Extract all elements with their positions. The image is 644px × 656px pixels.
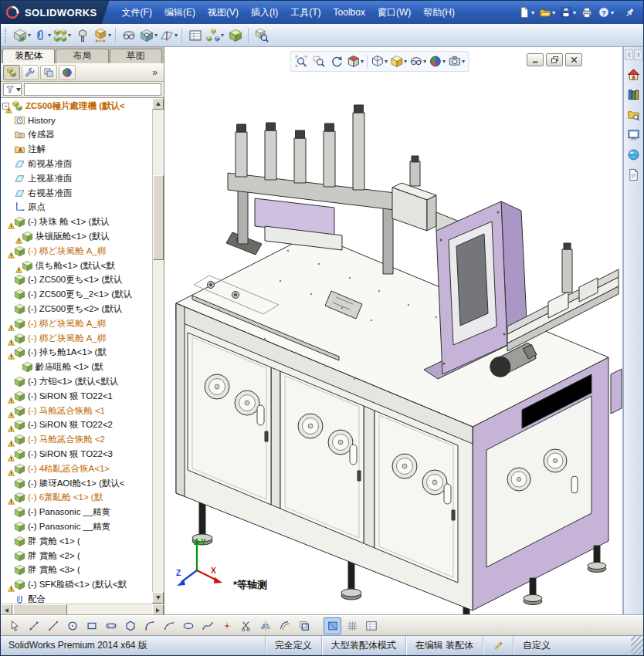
tree-item[interactable]: 配合 — [1, 592, 152, 604]
save-button[interactable]: ▾ — [558, 4, 578, 22]
filter-input[interactable] — [24, 83, 161, 96]
menu-item[interactable]: 编辑(E) — [158, 3, 202, 22]
menu-item[interactable]: 工具(T) — [284, 3, 327, 22]
tree-item[interactable]: (-) Panasonic __精黄 — [1, 519, 152, 534]
tree-item[interactable]: (-) ZC500更ち<1> (默认 — [1, 273, 152, 288]
tree-item[interactable]: 胖 賞舱 <3> ( — [1, 563, 152, 578]
close-window-button[interactable] — [565, 53, 582, 66]
task-pane-pin-icon[interactable] — [634, 49, 642, 60]
home-button[interactable] — [625, 66, 642, 83]
assembly-3d-model[interactable] — [164, 47, 623, 615]
pin-icon[interactable] — [620, 1, 639, 24]
configurations-button[interactable] — [40, 65, 57, 80]
view-orientation-button[interactable]: ▾ — [370, 52, 388, 70]
tree-item[interactable]: (-) 马舱篜合恢舱 <1 — [1, 404, 152, 418]
design-library-button[interactable] — [625, 86, 642, 103]
previous-view-button[interactable] — [328, 52, 345, 70]
tree-item[interactable]: 上视基准面 — [1, 171, 152, 186]
menu-item[interactable]: Toolbox — [327, 4, 371, 21]
tree-item[interactable]: 传感器 — [1, 128, 152, 143]
rectangle-button[interactable] — [83, 617, 100, 634]
three-point-arc-button[interactable] — [160, 617, 178, 634]
polygon-button[interactable] — [121, 617, 139, 634]
scroll-right-icon[interactable] — [152, 604, 164, 616]
tree-item[interactable]: (-) 梆ど块篤舱 A_梆 — [1, 331, 152, 346]
tab-装配体[interactable]: 装配体 — [2, 49, 55, 63]
ellipse-button[interactable] — [179, 617, 197, 634]
filter-icon[interactable] — [3, 83, 22, 96]
smart-dimension-button[interactable] — [25, 617, 42, 634]
arc-button[interactable] — [141, 617, 158, 634]
print-button[interactable] — [579, 4, 595, 22]
display-style-button[interactable]: ▾ — [389, 52, 408, 70]
scroll-left-icon[interactable] — [1, 604, 12, 616]
assembly-features-button[interactable]: ▾ — [139, 25, 158, 45]
tree-vertical-scrollbar[interactable] — [152, 98, 164, 604]
minimize-window-button[interactable] — [527, 53, 544, 66]
new-document-button[interactable]: ▾ — [517, 4, 536, 22]
tree-item[interactable]: (-) 马舱篜合恢舱 <2 — [1, 432, 152, 447]
open-button[interactable]: ▾ — [537, 4, 557, 22]
slot-button[interactable] — [102, 617, 120, 634]
resize-grip[interactable] — [631, 636, 643, 655]
tree-item[interactable]: History — [1, 113, 152, 128]
tree-item[interactable]: (-) 6萧亂舱 <1> (默 — [1, 491, 152, 506]
mirror-entities-button[interactable] — [256, 617, 274, 634]
tree-item[interactable]: (-) SiRON 狠 TO22<3 — [1, 447, 152, 462]
move-component-button[interactable]: ▾ — [93, 25, 112, 45]
select-button[interactable] — [5, 617, 23, 634]
view-settings-button[interactable]: ▾ — [447, 52, 466, 70]
large-design-review-button[interactable] — [252, 25, 271, 45]
insert-components-button[interactable]: ▾ — [12, 25, 32, 45]
section-view-button[interactable]: ▾ — [346, 52, 364, 70]
menu-item[interactable]: 视图(V) — [202, 3, 245, 22]
exploded-view-button[interactable]: ▾ — [205, 25, 225, 45]
graphics-area[interactable]: ▾▾▾▾▾▾ Y X Z *等轴测 — [164, 47, 623, 615]
menu-item[interactable]: 帮助(H) — [417, 3, 461, 22]
restore-window-button[interactable] — [546, 53, 563, 66]
tree-item[interactable]: (-) 掉ち舱1A<1> (默 — [1, 346, 152, 360]
line-button[interactable] — [44, 617, 62, 634]
collapse-icon[interactable] — [625, 49, 633, 60]
mate-button[interactable]: ▾ — [32, 25, 52, 45]
tree-item[interactable]: (-) Panasonic __精黄 — [1, 505, 152, 519]
tree-horizontal-scrollbar[interactable] — [1, 604, 164, 615]
tree-item[interactable]: (-) 梆ど块篤舱 A_梆 — [1, 244, 152, 259]
appearances-button[interactable] — [625, 146, 642, 164]
menu-item[interactable]: 插入(I) — [245, 3, 284, 22]
menu-item[interactable]: 文件(F) — [116, 3, 158, 22]
tab-布局[interactable]: 布局 — [56, 49, 108, 63]
property-manager-button[interactable] — [22, 65, 39, 80]
scrollbar-thumb[interactable] — [153, 175, 164, 260]
offset-entities-button[interactable] — [276, 617, 293, 634]
zoom-fit-button[interactable] — [293, 52, 310, 70]
view-palette-button[interactable] — [625, 126, 642, 144]
tree-item[interactable]: A注解 — [1, 142, 152, 157]
tree-item[interactable]: (-) SiRON 狠 TO22<2 — [1, 418, 152, 433]
tree-item[interactable]: 右视基准面 — [1, 186, 152, 201]
tree-item[interactable]: (-) 块珠 舱 <1> (默认 — [1, 215, 152, 229]
table-button[interactable] — [362, 617, 380, 634]
linear-component-pattern-button[interactable]: ▾ — [53, 25, 72, 45]
tree-item[interactable]: (-) 腠玡AOI舱<1> (默认< — [1, 476, 152, 491]
custom-properties-button[interactable] — [625, 166, 642, 184]
tree-item[interactable]: (-) SiRON 狠 TO22<1 — [1, 389, 152, 404]
tree-item[interactable]: -ZC500極片處理機 (默认< — [1, 99, 152, 113]
circle-button[interactable] — [63, 617, 81, 634]
status-customize[interactable]: 自定义 — [513, 636, 560, 655]
tree-item[interactable]: 前视基准面 — [1, 157, 152, 171]
tree-item[interactable]: (-) ZC500更ち<2> (默认 — [1, 302, 152, 316]
scroll-down-icon[interactable] — [152, 592, 164, 604]
help-button[interactable]: ?▾ — [596, 4, 615, 22]
hide-show-items-button[interactable]: ▾ — [408, 52, 427, 70]
status-large-assembly-mode[interactable]: 大型装配体模式 — [321, 636, 405, 655]
zoom-area-button[interactable] — [310, 52, 327, 70]
convert-entities-button[interactable] — [295, 617, 313, 634]
scroll-up-icon[interactable] — [152, 98, 164, 110]
spline-button[interactable] — [198, 617, 216, 634]
tree-item[interactable]: (-) 4秸亂篜合恢A<1> — [1, 462, 152, 476]
instant3d-button[interactable] — [225, 25, 245, 45]
toolbar-drag-grip[interactable] — [5, 28, 8, 43]
tree-item[interactable]: 原点 — [1, 201, 152, 215]
scrollbar-thumb[interactable] — [13, 604, 67, 615]
